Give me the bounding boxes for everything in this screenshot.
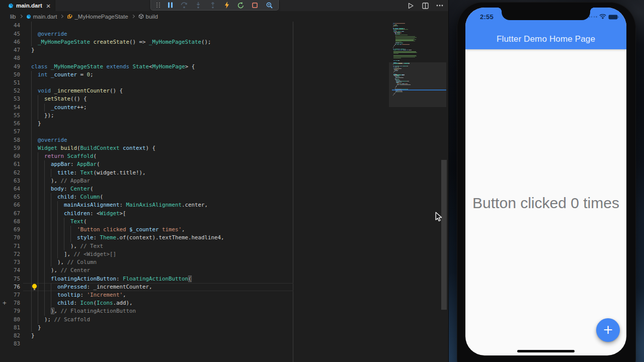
code-line-45[interactable]: 45@override [0, 30, 390, 38]
battery-icon [608, 15, 619, 20]
minimap-current-line [392, 89, 446, 90]
code-line-53[interactable]: 53setState(() { [0, 95, 390, 103]
code-line-75[interactable]: 75floatingActionButton: FloatingActionBu… [0, 275, 390, 283]
line-number: 48 [0, 54, 20, 62]
status-time: 2:55 [480, 13, 494, 21]
line-number: 82 [0, 332, 20, 340]
code-line-61[interactable]: 61appBar: AppBar( [0, 160, 390, 168]
line-number: 55 [0, 112, 20, 120]
line-number: 77 [0, 291, 20, 299]
vscode-window: main.dart × [0, 0, 449, 362]
line-number: 62 [0, 169, 20, 177]
wifi-icon [599, 14, 606, 20]
line-number: 44 [0, 22, 20, 30]
line-number: 67 [0, 210, 20, 218]
line-number: 60 [0, 152, 20, 160]
line-number: 73 [0, 258, 20, 266]
code-line-51[interactable]: 51 [0, 79, 390, 87]
code-line-81[interactable]: 81} [0, 324, 390, 332]
line-number: 83 [0, 340, 20, 348]
code-line-66[interactable]: 66mainAxisAlignment: MainAxisAlignment.c… [0, 201, 390, 209]
code-line-68[interactable]: 68Text( [0, 218, 390, 226]
line-number: 51 [0, 79, 20, 87]
code-line-52[interactable]: 52void _incrementCounter() { [0, 87, 390, 95]
line-number: 59 [0, 144, 20, 152]
line-number: 58 [0, 136, 20, 144]
code-line-74[interactable]: 74), // Center [0, 266, 390, 275]
code-line-67[interactable]: 67children: <Widget>[ [0, 210, 390, 218]
code-line-56[interactable]: 56} [0, 120, 390, 128]
vertical-scrollbar[interactable] [441, 160, 447, 310]
code-line-71[interactable]: 71), // Text [0, 242, 390, 250]
code-line-57[interactable]: 57 [0, 128, 390, 136]
code-editor[interactable]: 4445@override46_MyHomePageState createSt… [0, 0, 449, 362]
line-number: 57 [0, 128, 20, 136]
line-number: 52 [0, 87, 20, 95]
iphone-simulator: Flutter Demo Home Page 2:55 [457, 2, 636, 362]
line-number: 81 [0, 324, 20, 332]
code-line-48[interactable]: 48 [0, 54, 390, 62]
code-line-50[interactable]: 50int _counter = 0; [0, 71, 390, 79]
code-line-78[interactable]: 78child: Icon(Icons.add), [0, 299, 390, 307]
code-line-65[interactable]: 65child: Column( [0, 193, 390, 201]
code-line-62[interactable]: 62title: Text(widget.title!), [0, 169, 390, 177]
code-line-77[interactable]: 77tooltip: 'Increment', [0, 291, 390, 299]
line-number: 45 [0, 30, 20, 38]
line-number: 49 [0, 63, 20, 71]
code-line-63[interactable]: 63), // AppBar [0, 177, 390, 185]
line-number: 54 [0, 104, 20, 112]
app-bar-title: Flutter Demo Home Page [465, 34, 626, 44]
line-number: 64 [0, 185, 20, 193]
line-number: 69 [0, 226, 20, 234]
simulator-screen: Flutter Demo Home Page 2:55 [465, 8, 626, 355]
code-line-80[interactable]: 80); // Scaffold [0, 316, 390, 324]
code-line-54[interactable]: 54_counter++; [0, 104, 390, 112]
code-line-59[interactable]: 59Widget build(BuildContext context) { [0, 144, 390, 152]
fab-increment-button[interactable]: + [596, 318, 620, 342]
code-line-46[interactable]: 46_MyHomePageState createState() => _MyH… [0, 38, 390, 46]
line-number: 76 [0, 283, 20, 291]
line-number: 71 [0, 242, 20, 250]
lightbulb-icon[interactable] [31, 284, 38, 292]
code-line-44[interactable]: 44 [0, 22, 390, 30]
code-line-55[interactable]: 55}); [0, 112, 390, 120]
line-number: 61 [0, 160, 20, 168]
code-line-60[interactable]: 60return Scaffold( [0, 152, 390, 160]
code-line-76[interactable]: 76onPressed: _incrementCounter, [0, 283, 390, 291]
cellular-dots-icon [589, 16, 597, 18]
code-line-58[interactable]: 58@override [0, 136, 390, 144]
notch [502, 8, 590, 20]
minimap-slider[interactable] [389, 62, 446, 107]
line-number: 50 [0, 71, 20, 79]
line-number: 46 [0, 38, 20, 46]
line-number: 74 [0, 266, 20, 275]
code-line-49[interactable]: 49class _MyHomePageState extends State<M… [0, 63, 390, 71]
code-line-79[interactable]: 79), // FloatingActionButton [0, 307, 390, 315]
line-number: 63 [0, 177, 20, 185]
line-number: 79 [0, 307, 20, 315]
plus-icon: + [603, 323, 613, 336]
line-number: 75 [0, 275, 20, 283]
line-number: 66 [0, 201, 20, 209]
line-number: 68 [0, 218, 20, 226]
code-line-73[interactable]: 73), // Column [0, 258, 390, 266]
code-line-72[interactable]: 72], // <Widget>[] [0, 250, 390, 258]
code-line-47[interactable]: 47} [0, 46, 390, 54]
code-line-82[interactable]: 82} [0, 332, 390, 340]
gutter-plus-indicator: + [3, 299, 7, 307]
line-number: 47 [0, 46, 20, 54]
home-indicator[interactable] [517, 350, 575, 352]
line-number: 80 [0, 316, 20, 324]
counter-text: Button clicked 0 times [465, 195, 626, 212]
mouse-cursor [435, 212, 443, 224]
code-line-83[interactable]: 83 [0, 340, 390, 348]
line-number: 70 [0, 234, 20, 242]
code-line-64[interactable]: 64body: Center( [0, 185, 390, 193]
line-number: 65 [0, 193, 20, 201]
line-number: 72 [0, 250, 20, 258]
code-line-70[interactable]: 70style: Theme.of(context).textTheme.hea… [0, 234, 390, 242]
line-number: 56 [0, 120, 20, 128]
line-number: 53 [0, 95, 20, 103]
code-line-69[interactable]: 69'Button clicked $_counter times', [0, 226, 390, 234]
